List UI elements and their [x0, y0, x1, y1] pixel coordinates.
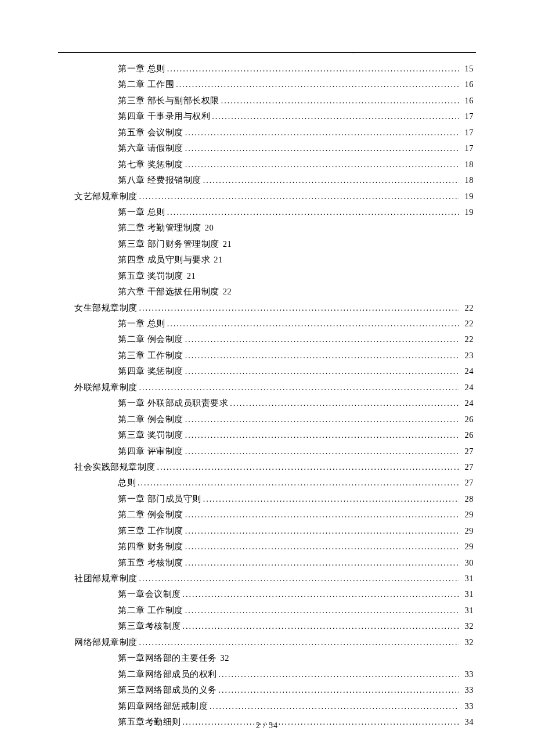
toc-entry-label: 外联部规章制度: [74, 383, 138, 393]
toc-entry-page: 24: [461, 399, 474, 408]
toc-entry-label: 第一章 总则: [118, 319, 165, 329]
toc-entry-page: 31: [461, 606, 474, 615]
toc-entry-page: 31: [461, 574, 474, 584]
toc-leader-dots: [139, 574, 460, 584]
toc-entry: 第四章 评审制度27: [74, 447, 474, 456]
toc-entry-page: 24: [461, 383, 474, 393]
toc-leader-dots: [219, 670, 460, 679]
toc-leader-dots: [185, 559, 459, 568]
toc-leader-dots: [212, 112, 459, 121]
toc-leader-dots: [185, 144, 459, 153]
toc-entry: 第四章 财务制度29: [74, 542, 474, 552]
toc-entry-page: 29: [461, 542, 474, 552]
toc-leader-dots: [185, 367, 459, 376]
toc-entry-label: 第八章 经费报销制度: [118, 176, 201, 185]
toc-entry: 第五章 考核制度30: [74, 559, 474, 568]
toc-leader-dots: [167, 64, 459, 74]
toc-entry-page: 18: [461, 176, 474, 185]
toc-entry: 社团部规章制度31: [74, 574, 474, 584]
toc-leader-dots: [221, 96, 459, 106]
toc-leader-dots: [185, 128, 459, 138]
toc-entry-label: 女生部规章制度: [74, 304, 138, 313]
toc-entry-label: 第五章 奖罚制度: [118, 272, 183, 281]
toc-leader-dots: [138, 478, 459, 488]
toc-leader-dots: [183, 590, 460, 599]
toc-entry: 第五章 会议制度17: [74, 128, 474, 138]
toc-entry-label: 第一章 总则: [118, 64, 165, 74]
toc-entry-label: 第二章 例会制度: [118, 510, 183, 520]
toc-entry: 第二章网络部成员的权利33: [74, 670, 474, 679]
toc-entry-label: 第三章 奖罚制度: [118, 431, 183, 440]
toc-entry: 第三章网络部成员的义务33: [74, 686, 474, 695]
toc-entry-label: 第二章 工作围: [118, 80, 174, 89]
toc-leader-dots: [185, 335, 459, 344]
toc-entry: 第二章 例会制度29: [74, 510, 474, 520]
toc-entry-label: 第四章 奖惩制度: [118, 367, 183, 376]
toc-entry-page: 23: [461, 351, 474, 361]
toc-entry-label: 文艺部规章制度: [74, 192, 138, 201]
toc-leader-dots: [185, 527, 459, 536]
toc-entry: 第八章 经费报销制度18: [74, 176, 474, 185]
toc-entry-label: 第六章 请假制度: [118, 144, 183, 153]
toc-entry-page: 17: [461, 128, 474, 138]
toc-leader-dots: [139, 383, 460, 393]
toc-entry: 第一章 总则15: [74, 64, 474, 74]
toc-entry: 第二章 例会制度22: [74, 335, 474, 344]
toc-entry-label: 社会实践部规章制度: [74, 463, 156, 472]
toc-entry-page: 21: [214, 255, 223, 265]
toc-entry-page: 22: [223, 287, 232, 297]
toc-entry-label: 第二章 工作制度: [118, 606, 183, 615]
toc-leader-dots: [185, 415, 459, 424]
toc-leader-dots: [185, 431, 459, 440]
toc-entry-page: 27: [461, 463, 474, 472]
header-rule: .: [58, 52, 476, 53]
toc-leader-dots: [157, 463, 460, 472]
toc-entry: 第二章 考勤管理制度20: [74, 224, 474, 233]
toc-entry-label: 第三章 部长与副部长权限: [118, 96, 219, 106]
toc-entry: 文艺部规章制度19: [74, 192, 474, 201]
toc-entry-page: 29: [461, 527, 474, 536]
toc-entry-page: 18: [461, 160, 474, 170]
toc-entry-page: 20: [205, 224, 214, 233]
toc-leader-dots: [185, 160, 459, 170]
toc-entry-label: 第二章 例会制度: [118, 335, 183, 344]
toc-leader-dots: [167, 208, 459, 217]
toc-entry-label: 第四章 成员守则与要求: [118, 255, 210, 265]
toc-entry-page: 31: [461, 590, 474, 599]
toc-entry-page: 19: [461, 208, 474, 217]
toc-leader-dots: [139, 192, 460, 201]
toc-entry: 社会实践部规章制度27: [74, 463, 474, 472]
toc-entry-label: 第四章 财务制度: [118, 542, 183, 552]
toc-entry: 第四章 干事录用与权利17: [74, 112, 474, 121]
toc-entry-page: 17: [461, 144, 474, 153]
toc-entry-page: 27: [461, 478, 474, 488]
toc-entry-page: 30: [461, 559, 474, 568]
toc-entry: 第三章 工作制度23: [74, 351, 474, 361]
toc-entry-label: 第一章会议制度: [118, 590, 181, 599]
toc-entry: 网络部规章制度32: [74, 638, 474, 647]
toc-entry: 第三章 部长与副部长权限16: [74, 96, 474, 106]
toc-leader-dots: [219, 686, 460, 695]
toc-leader-dots: [185, 606, 459, 615]
toc-entry-label: 第三章 工作制度: [118, 351, 183, 361]
toc-entry-page: 16: [461, 80, 474, 89]
header-mark: .: [353, 49, 354, 55]
toc-entry: 第一章网络部的主要任务32: [74, 654, 474, 663]
toc-entry-label: 第四章网络部惩戒制度: [118, 702, 208, 711]
toc-leader-dots: [167, 319, 459, 329]
toc-entry-page: 17: [461, 112, 474, 121]
toc-leader-dots: [139, 638, 460, 647]
toc-entry-page: 21: [187, 272, 196, 281]
toc-leader-dots: [176, 80, 459, 89]
toc-entry-page: 28: [461, 495, 474, 504]
page-footer: 2 / 34: [0, 721, 534, 730]
toc-entry-page: 29: [461, 510, 474, 520]
toc-entry-label: 社团部规章制度: [74, 574, 138, 584]
toc-entry: 第六章 请假制度17: [74, 144, 474, 153]
toc-entry: 第四章 成员守则与要求21: [74, 255, 474, 265]
toc-leader-dots: [183, 622, 460, 631]
toc-entry: 第四章网络部惩戒制度33: [74, 702, 474, 711]
toc-leader-dots: [230, 399, 459, 408]
toc-entry-page: 22: [461, 304, 474, 313]
toc-entry: 第二章 工作围16: [74, 80, 474, 89]
